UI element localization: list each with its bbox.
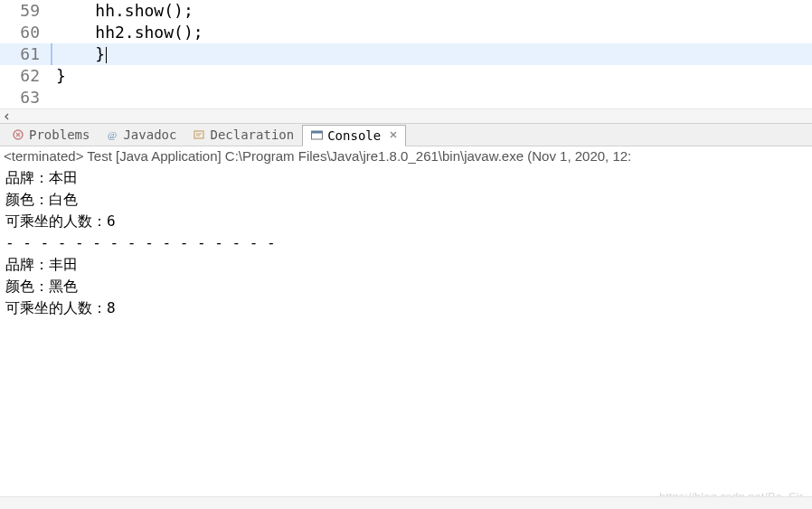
tab-console-label: Console [327, 128, 381, 143]
code-line[interactable]: 63 [0, 87, 812, 108]
tab-problems[interactable]: Problems [4, 124, 98, 146]
scroll-left-icon[interactable] [0, 109, 14, 124]
line-number: 60 [0, 22, 52, 43]
code-line[interactable]: 61 } [0, 43, 812, 65]
line-number: 62 [0, 65, 52, 87]
line-number: 63 [0, 87, 52, 108]
close-icon[interactable] [389, 129, 398, 142]
console-line: 可乘坐的人数：8 [5, 297, 807, 319]
bottom-horizontal-scrollbar[interactable] [0, 496, 812, 509]
code-text[interactable]: hh2.show(); [52, 22, 812, 43]
tab-console[interactable]: Console [302, 125, 406, 146]
console-output[interactable]: 品牌：本田颜色：白色可乘坐的人数：6- - - - - - - - - - - … [0, 165, 812, 321]
console-line: 颜色：白色 [5, 189, 807, 211]
svg-text:@: @ [108, 129, 117, 140]
console-status-line: <terminated> Test [Java Application] C:\… [0, 146, 812, 165]
code-text[interactable]: } [52, 65, 812, 87]
tab-javadoc[interactable]: @ Javadoc [98, 124, 184, 146]
console-line: 品牌：本田 [5, 167, 807, 189]
text-cursor [106, 47, 107, 63]
line-number: 61 [0, 43, 52, 65]
code-line[interactable]: 60 hh2.show(); [0, 22, 812, 43]
editor-horizontal-scrollbar[interactable] [0, 108, 812, 123]
tab-problems-label: Problems [29, 127, 90, 142]
console-status-text: <terminated> Test [Java Application] C:\… [4, 148, 631, 164]
code-editor[interactable]: 59 hh.show();60 hh2.show();61 }62}63 [0, 0, 812, 123]
code-text[interactable]: } [52, 43, 812, 65]
console-line: 品牌：丰田 [5, 254, 807, 276]
console-line: 可乘坐的人数：6 [5, 211, 807, 232]
console-icon [310, 129, 323, 142]
svg-rect-4 [311, 131, 322, 134]
code-text[interactable] [52, 87, 812, 108]
tab-declaration-label: Declaration [210, 127, 294, 142]
declaration-icon [193, 128, 205, 141]
javadoc-icon: @ [106, 128, 118, 141]
svg-rect-2 [194, 131, 203, 138]
code-line[interactable]: 59 hh.show(); [0, 0, 812, 22]
code-text[interactable]: hh.show(); [52, 0, 812, 22]
code-line[interactable]: 62} [0, 65, 812, 87]
tab-javadoc-label: Javadoc [123, 127, 176, 142]
problems-icon [12, 128, 24, 141]
console-line: 颜色：黑色 [5, 276, 807, 297]
console-line: - - - - - - - - - - - - - - - - [5, 232, 807, 254]
line-number: 59 [0, 0, 52, 22]
views-tab-bar: Problems @ Javadoc Declaration Console [0, 123, 812, 146]
tab-declaration[interactable]: Declaration [184, 124, 302, 146]
